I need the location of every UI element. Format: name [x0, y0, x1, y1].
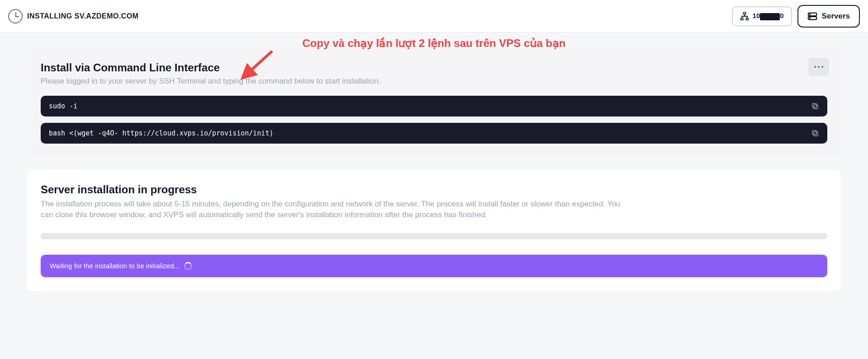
- svg-rect-12: [812, 131, 816, 135]
- network-icon: [740, 12, 749, 21]
- header-right: 100 Servers: [732, 5, 860, 28]
- servers-label: Servers: [822, 12, 850, 21]
- progress-card: Server installation in progress The inst…: [27, 170, 841, 291]
- svg-rect-11: [814, 132, 818, 136]
- svg-line-8: [246, 52, 271, 75]
- command-text: bash <(wget -q4O- https://cloud.xvps.io/…: [49, 129, 274, 137]
- copy-command-button[interactable]: [811, 129, 819, 137]
- instruction-arrow-icon: [240, 50, 276, 81]
- svg-point-6: [809, 18, 810, 18]
- svg-rect-9: [814, 105, 818, 109]
- ip-suffix: 0: [780, 12, 783, 19]
- status-text: Waiting for the installation to be initi…: [50, 262, 179, 270]
- page-body: Install via Command Line Interface Pleas…: [0, 33, 868, 306]
- command-block-1: sudo -i: [41, 96, 827, 117]
- command-block-2: bash <(wget -q4O- https://cloud.xvps.io/…: [41, 123, 827, 144]
- cli-subtext: Please logged in to your server by SSH T…: [41, 77, 827, 86]
- svg-rect-1: [741, 18, 743, 20]
- progress-heading: Server installation in progress: [41, 183, 827, 196]
- cli-heading: Install via Command Line Interface: [41, 61, 827, 74]
- card-actions-button[interactable]: [808, 58, 829, 76]
- copy-command-button[interactable]: [811, 102, 819, 110]
- command-text: sudo -i: [49, 102, 77, 110]
- ip-badge[interactable]: 100: [732, 6, 792, 26]
- ip-prefix: 10: [753, 12, 760, 19]
- ip-text: 100: [753, 12, 784, 20]
- cli-install-card: Install via Command Line Interface Pleas…: [27, 48, 841, 157]
- svg-point-5: [809, 14, 810, 14]
- svg-rect-2: [746, 18, 748, 20]
- progress-subtext: The installation process will take about…: [41, 199, 628, 220]
- svg-rect-10: [812, 103, 816, 107]
- status-banner: Waiting for the installation to be initi…: [41, 255, 827, 277]
- header-left: INSTALLING SV.AZDEMO.COM: [8, 9, 139, 23]
- page-title: INSTALLING SV.AZDEMO.COM: [27, 12, 139, 20]
- app-header: INSTALLING SV.AZDEMO.COM 100 Servers: [0, 0, 868, 33]
- clock-icon: [8, 9, 23, 23]
- servers-icon: [807, 11, 817, 21]
- copy-icon: [811, 102, 819, 110]
- progress-bar: [41, 233, 827, 239]
- svg-rect-0: [743, 12, 745, 14]
- copy-icon: [811, 129, 819, 137]
- spinner-icon: [184, 262, 192, 270]
- ellipsis-icon: [814, 66, 823, 68]
- servers-button[interactable]: Servers: [797, 5, 860, 28]
- ip-redacted: [760, 13, 780, 20]
